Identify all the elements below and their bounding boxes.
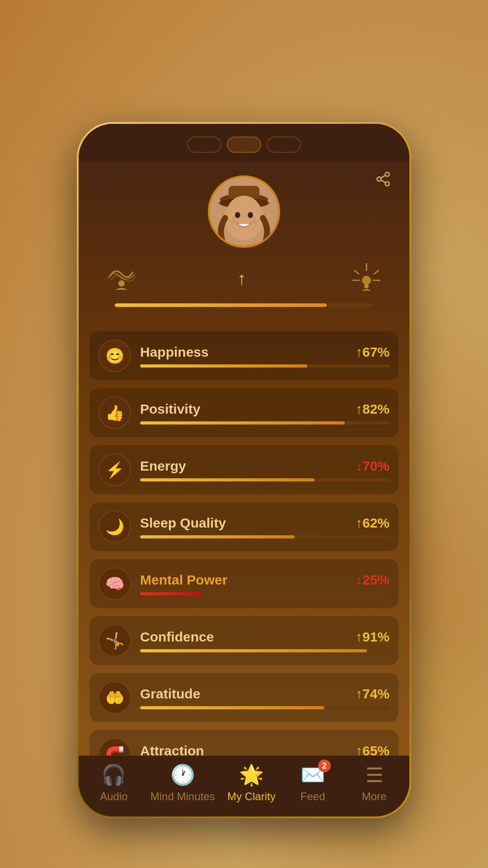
- metric-value-sleep: ↑62%: [356, 515, 389, 531]
- svg-line-4: [381, 175, 385, 178]
- metric-name-happiness: Happiness: [140, 344, 209, 360]
- metric-bar-fill-confidence: [140, 649, 367, 652]
- metric-name-sleep: Sleep Quality: [140, 515, 226, 531]
- main-progress-bar: [115, 303, 373, 307]
- metric-icon-wrapper-sleep: 🌙: [99, 510, 131, 543]
- metric-value-confidence: ↑91%: [356, 629, 389, 645]
- score-row: ↑: [97, 261, 391, 296]
- metric-name-mental: Mental Power: [140, 572, 227, 588]
- metric-icon-mental: 🧠: [105, 575, 124, 593]
- metric-bar-fill-positivity: [140, 421, 345, 425]
- nav-item-my_clarity[interactable]: 🌟My Clarity: [226, 763, 276, 803]
- metric-icon-wrapper-gratitude: 🤲: [99, 681, 131, 714]
- svg-point-22: [364, 284, 369, 288]
- metric-name-energy: Energy: [140, 458, 186, 474]
- metric-content-mental: Mental Power↓25%: [140, 572, 389, 595]
- metric-icon-wrapper-positivity: 👍: [99, 396, 131, 429]
- avatar: [208, 175, 280, 248]
- metric-content-energy: Energy↓70%: [140, 458, 389, 481]
- score-arrow-up: ↑: [237, 269, 246, 289]
- score-icon-left: [106, 263, 137, 295]
- svg-line-18: [354, 270, 359, 274]
- metric-bar-bg-sleep: [140, 535, 389, 538]
- metric-row-positivity: 👍Positivity↑82%: [89, 388, 399, 437]
- svg-point-11: [248, 212, 253, 218]
- nav-icon-my_clarity: 🌟: [239, 763, 264, 787]
- metric-name-confidence: Confidence: [140, 629, 214, 645]
- main-progress-fill: [115, 303, 327, 307]
- metric-bar-fill-mental: [140, 592, 202, 595]
- metric-row-happiness: 😊Happiness↑67%: [89, 331, 399, 380]
- nav-icon-mind: 🕐: [170, 763, 195, 787]
- metric-bar-bg-energy: [140, 478, 389, 481]
- metric-row-energy: ⚡Energy↓70%: [89, 445, 399, 494]
- svg-line-19: [374, 270, 379, 274]
- nav-icon-more: ☰: [366, 764, 383, 787]
- svg-point-9: [225, 196, 263, 241]
- metric-name-attraction: Attraction: [140, 743, 204, 756]
- score-center: ↑: [237, 269, 251, 289]
- metric-icon-wrapper-energy: ⚡: [99, 453, 131, 486]
- metric-value-attraction: ↑65%: [356, 743, 389, 756]
- metric-row-confidence: 🤸Confidence↑91%: [89, 616, 399, 665]
- svg-point-15: [362, 276, 371, 285]
- nav-item-feed[interactable]: ✉️2Feed: [288, 763, 338, 803]
- tab-clarity-test[interactable]: [227, 137, 261, 153]
- metric-icon-attraction: 🧲: [105, 745, 124, 755]
- share-icon: [375, 171, 391, 191]
- nav-item-audio[interactable]: 🎧Audio: [89, 763, 139, 803]
- metric-value-positivity: ↑82%: [356, 401, 389, 417]
- metric-icon-wrapper-happiness: 😊: [99, 340, 131, 372]
- bottom-nav: 🎧Audio🕐Mind Minutes🌟My Clarity✉️2Feed☰Mo…: [79, 755, 409, 816]
- metric-icon-energy: ⚡: [105, 461, 124, 479]
- metric-icon-wrapper-mental: 🧠: [99, 567, 131, 600]
- metric-bar-fill-happiness: [140, 364, 307, 368]
- share-button[interactable]: [371, 171, 391, 191]
- metric-content-confidence: Confidence↑91%: [140, 629, 389, 652]
- metric-value-gratitude: ↑74%: [356, 686, 389, 702]
- svg-point-10: [235, 212, 240, 218]
- avatar-container: [97, 175, 391, 248]
- metric-content-sleep: Sleep Quality↑62%: [140, 515, 389, 538]
- metric-icon-wrapper-attraction: 🧲: [99, 738, 131, 755]
- metric-bar-fill-sleep: [140, 535, 295, 538]
- metric-bar-bg-mental: [140, 592, 389, 595]
- svg-point-13: [250, 219, 258, 224]
- score-icon-right: [351, 261, 382, 296]
- metric-bar-fill-energy: [140, 478, 314, 481]
- metric-bar-fill-gratitude: [140, 706, 324, 709]
- tab-about[interactable]: [187, 137, 221, 153]
- metric-bar-bg-positivity: [140, 421, 389, 425]
- metric-icon-happiness: 😊: [105, 347, 124, 365]
- phone-outer: ↑: [77, 122, 411, 818]
- metric-content-gratitude: Gratitude↑74%: [140, 686, 389, 709]
- phone-wrapper: ↑: [77, 122, 411, 818]
- nav-label-my_clarity: My Clarity: [227, 790, 276, 803]
- metric-icon-sleep: 🌙: [105, 518, 124, 536]
- metric-icon-confidence: 🤸: [105, 632, 124, 650]
- metric-name-positivity: Positivity: [140, 401, 200, 417]
- metric-bar-bg-confidence: [140, 649, 389, 652]
- nav-badge-feed: 2: [318, 760, 331, 772]
- metric-content-attraction: Attraction↑65%: [140, 743, 389, 756]
- metric-row-gratitude: 🤲Gratitude↑74%: [89, 673, 399, 722]
- metric-content-positivity: Positivity↑82%: [140, 401, 389, 425]
- nav-label-feed: Feed: [300, 790, 325, 803]
- tabs-bar: [79, 124, 409, 162]
- metric-icon-gratitude: 🤲: [105, 689, 124, 707]
- nav-icon-feed: ✉️2: [300, 763, 325, 787]
- metric-row-attraction: 🧲Attraction↑65%: [89, 730, 399, 755]
- metric-value-happiness: ↑67%: [356, 344, 389, 360]
- nav-item-more[interactable]: ☰More: [349, 764, 399, 803]
- metric-icon-wrapper-confidence: 🤸: [99, 624, 131, 657]
- svg-point-12: [230, 219, 238, 224]
- nav-item-mind[interactable]: 🕐Mind Minutes: [150, 763, 215, 803]
- metric-content-happiness: Happiness↑67%: [140, 344, 389, 368]
- tab-history[interactable]: [267, 137, 301, 153]
- svg-point-14: [118, 280, 125, 287]
- metric-value-energy: ↓70%: [356, 458, 389, 474]
- metric-bar-bg-happiness: [140, 364, 389, 368]
- metric-row-sleep: 🌙Sleep Quality↑62%: [89, 502, 399, 551]
- nav-label-more: More: [362, 790, 387, 803]
- nav-label-mind: Mind Minutes: [150, 790, 215, 803]
